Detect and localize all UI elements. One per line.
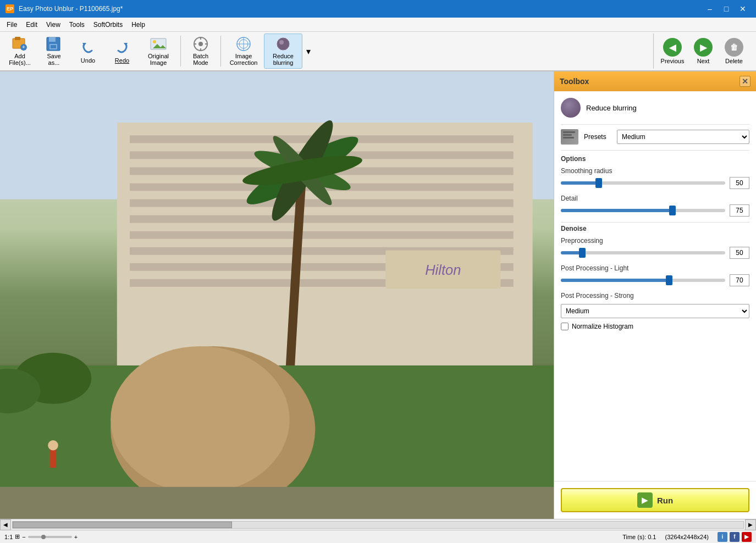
detail-fill	[561, 209, 672, 212]
facebook-icon-button[interactable]: f	[730, 532, 740, 542]
close-button[interactable]: ✕	[735, 1, 751, 16]
tool-header: Reduce blurring	[561, 98, 749, 118]
title-bar-controls[interactable]: – □ ✕	[702, 1, 751, 16]
zoom-slider[interactable]	[28, 536, 72, 538]
divider-1	[561, 124, 749, 125]
youtube-icon-button[interactable]: ▶	[742, 532, 752, 542]
info-icon-button[interactable]: i	[718, 532, 727, 542]
photo-overlay: Hilton 9	[0, 71, 554, 519]
add-files-label: AddFile(s)...	[9, 53, 31, 66]
original-image-button[interactable]: OriginalImage	[140, 34, 177, 69]
scroll-thumb[interactable]	[13, 522, 232, 528]
presets-icon-lines	[561, 129, 578, 141]
menu-view[interactable]: View	[42, 19, 65, 30]
normalize-checkbox[interactable]	[561, 323, 569, 330]
scroll-right-arrow[interactable]: ▶	[745, 519, 756, 530]
more-icon: ▾	[303, 46, 314, 57]
svg-point-47	[111, 346, 290, 493]
smoothing-radius-track[interactable]	[561, 181, 725, 185]
save-as-label: Saveas...	[47, 53, 60, 66]
svg-rect-1	[15, 37, 20, 40]
window-title: Easy Photo Unblur - P1100665.jpg*	[19, 5, 123, 13]
nav-area: ◀ Previous ▶ Next 🗑 Delete	[653, 34, 753, 69]
detail-thumb[interactable]	[669, 206, 676, 215]
toolbox-title: Toolbox	[560, 77, 589, 86]
toolbox-body: Reduce blurring Presets Light Medium Str…	[554, 91, 756, 481]
maximize-button[interactable]: □	[719, 1, 734, 16]
menu-tools[interactable]: Tools	[65, 19, 89, 30]
detail-track[interactable]	[561, 209, 725, 212]
batch-mode-button[interactable]: BatchMode	[184, 34, 217, 69]
svg-point-51	[48, 440, 58, 451]
svg-rect-5	[49, 37, 56, 42]
minimize-button[interactable]: –	[702, 1, 718, 16]
original-image-label: OriginalImage	[148, 53, 169, 66]
menu-edit[interactable]: Edit	[21, 19, 42, 30]
presets-select[interactable]: Light Medium Strong Custom	[617, 130, 749, 144]
add-files-button[interactable]: + AddFile(s)...	[3, 34, 36, 69]
post-light-track[interactable]	[561, 279, 725, 282]
detail-row: Detail 75	[561, 195, 749, 217]
reduce-blurring-button[interactable]: Reduceblurring	[264, 34, 302, 69]
toolbox-header: Toolbox ✕	[554, 71, 756, 91]
run-play-icon: ▶	[637, 492, 653, 508]
save-as-icon	[45, 36, 63, 52]
toolbox-close-button[interactable]: ✕	[740, 76, 751, 87]
post-light-container: 70	[561, 274, 749, 286]
scrollbar-area: ◀ ▶	[0, 519, 756, 530]
undo-button[interactable]: Undo	[71, 34, 104, 69]
more-button[interactable]: ▾	[303, 34, 313, 69]
zoom-level: 1:1	[4, 534, 13, 540]
previous-button[interactable]: ◀ Previous	[658, 34, 687, 69]
run-button-area: ▶ Run	[554, 481, 756, 519]
post-strong-label: Post Processing - Strong	[561, 292, 749, 300]
preprocessing-value: 50	[730, 247, 749, 259]
svg-point-11	[153, 40, 156, 43]
preprocessing-thumb[interactable]	[579, 248, 586, 258]
smoothing-radius-container: 50	[561, 177, 749, 189]
menu-softorbits[interactable]: SoftOrbits	[89, 19, 127, 30]
smoothing-radius-thumb[interactable]	[595, 178, 602, 188]
title-bar-left: EP Easy Photo Unblur - P1100665.jpg*	[5, 4, 123, 13]
menu-file[interactable]: File	[2, 19, 21, 30]
menu-help[interactable]: Help	[127, 19, 150, 30]
delete-label: Delete	[725, 58, 743, 64]
next-icon: ▶	[694, 38, 713, 57]
smoothing-radius-label: Smoothing radius	[561, 167, 749, 175]
fit-icon: ⊞	[15, 533, 20, 540]
svg-rect-33	[130, 215, 514, 223]
svg-rect-7	[51, 45, 56, 48]
preprocessing-track[interactable]	[561, 251, 725, 254]
status-bar: 1:1 ⊞ − + Time (s): 0.1 (3264x2448x24) i…	[0, 530, 756, 543]
post-light-fill	[561, 279, 669, 282]
scroll-left-arrow[interactable]: ◀	[0, 519, 11, 530]
next-button[interactable]: ▶ Next	[689, 34, 718, 69]
svg-rect-50	[50, 448, 57, 468]
post-strong-select[interactable]: Light Medium Strong None	[561, 304, 749, 318]
preset-line-1	[563, 131, 575, 133]
redo-button[interactable]: Redo	[106, 34, 139, 69]
scroll-track[interactable]	[12, 521, 744, 529]
detail-container: 75	[561, 204, 749, 217]
detail-label: Detail	[561, 195, 749, 202]
zoom-out-icon: −	[22, 534, 25, 540]
svg-point-24	[277, 38, 289, 50]
preprocessing-container: 50	[561, 247, 749, 259]
preset-line-3	[563, 137, 574, 138]
save-as-button[interactable]: Saveas...	[37, 34, 70, 69]
svg-rect-34	[130, 231, 514, 239]
post-light-row: Post Processing - Light 70	[561, 264, 749, 286]
svg-text:Hilton: Hilton	[425, 262, 461, 278]
reduce-blurring-icon	[274, 36, 292, 52]
status-icons: i f ▶	[718, 532, 752, 542]
post-light-thumb[interactable]	[666, 275, 672, 285]
presets-row: Presets Light Medium Strong Custom	[561, 129, 749, 145]
zoom-slider-thumb[interactable]	[41, 535, 46, 539]
delete-button[interactable]: 🗑 Delete	[720, 34, 748, 69]
image-area[interactable]: Hilton 9	[0, 71, 554, 519]
svg-point-25	[279, 40, 284, 45]
image-correction-button[interactable]: ImageCorrection	[224, 34, 263, 69]
run-button[interactable]: ▶ Run	[561, 488, 749, 512]
dimensions-display: (3264x2448x24)	[665, 534, 709, 540]
redo-icon	[113, 38, 131, 56]
